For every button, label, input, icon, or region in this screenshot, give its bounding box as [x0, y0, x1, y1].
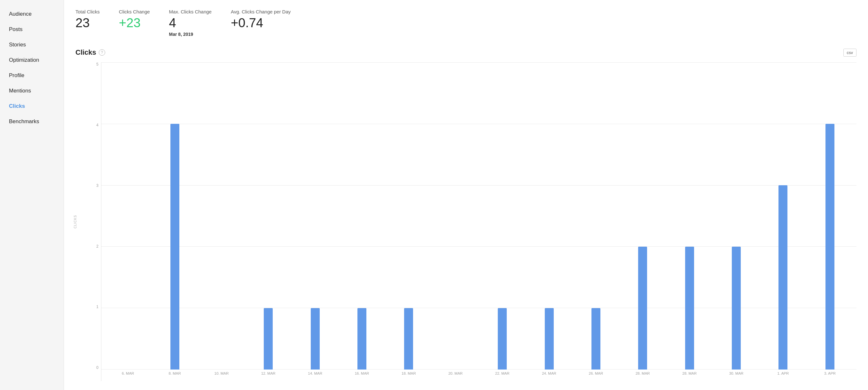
- x-label: 28. MAR: [666, 371, 713, 375]
- clicks-change-value: +23: [119, 16, 150, 30]
- sidebar-item-stories[interactable]: Stories: [0, 37, 64, 53]
- bar: [545, 308, 554, 369]
- bar-group: [619, 62, 666, 369]
- csv-button[interactable]: csv: [843, 49, 857, 57]
- help-icon[interactable]: ?: [99, 49, 105, 56]
- chart-title: Clicks: [75, 48, 96, 57]
- x-label: 6. MAR: [104, 371, 151, 375]
- bars-area: [101, 62, 857, 369]
- bar: [404, 308, 413, 369]
- y-axis-label: CLICKS: [73, 215, 77, 229]
- bar: [826, 124, 834, 369]
- bar: [685, 247, 694, 369]
- x-label: 14. MAR: [292, 371, 339, 375]
- bar-group: [526, 62, 572, 369]
- clicks-change-label: Clicks Change: [119, 9, 150, 14]
- bar-group: [198, 62, 245, 369]
- bar: [498, 308, 507, 369]
- x-label: 12. MAR: [245, 371, 291, 375]
- chart-plot: 6. MAR8. MAR10. MAR12. MAR14. MAR16. MAR…: [101, 62, 857, 381]
- bar-group: [151, 62, 198, 369]
- x-label: 30. MAR: [713, 371, 760, 375]
- y-tick: 0: [85, 366, 98, 369]
- bar-group: [713, 62, 760, 369]
- bar: [732, 247, 741, 369]
- bar-chart-container: CLICKS 012345 6. MAR8. MAR10. MAR12. MAR…: [75, 62, 857, 381]
- sidebar-item-optimization[interactable]: Optimization: [0, 53, 64, 68]
- chart-header: Clicks ? csv: [75, 48, 857, 57]
- bar-group: [104, 62, 151, 369]
- bar: [358, 308, 366, 369]
- avg-clicks-label: Avg. Clicks Change per Day: [231, 9, 290, 14]
- clicks-change-card: Clicks Change +23: [119, 9, 150, 37]
- x-label: 22. MAR: [479, 371, 526, 375]
- y-tick: 5: [85, 62, 98, 66]
- x-label: 18. MAR: [385, 371, 432, 375]
- y-axis: 012345: [85, 62, 101, 381]
- x-label: 26. MAR: [572, 371, 619, 375]
- y-tick: 2: [85, 244, 98, 248]
- x-label: 8. MAR: [151, 371, 198, 375]
- bar-group: [666, 62, 713, 369]
- y-tick: 4: [85, 123, 98, 127]
- avg-clicks-card: Avg. Clicks Change per Day +0.74: [231, 9, 290, 37]
- max-clicks-date: Mar 8, 2019: [169, 32, 212, 37]
- stats-row: Total Clicks 23 Clicks Change +23 Max. C…: [75, 9, 857, 37]
- x-label: 28. MAR: [619, 371, 666, 375]
- sidebar-item-mentions[interactable]: Mentions: [0, 83, 64, 98]
- sidebar-item-profile[interactable]: Profile: [0, 68, 64, 83]
- total-clicks-value: 23: [75, 16, 100, 30]
- sidebar-item-audience[interactable]: Audience: [0, 6, 64, 22]
- avg-clicks-value: +0.74: [231, 16, 290, 30]
- sidebar-item-benchmarks[interactable]: Benchmarks: [0, 114, 64, 129]
- x-label: 10. MAR: [198, 371, 245, 375]
- x-label: 16. MAR: [339, 371, 385, 375]
- bar-group: [385, 62, 432, 369]
- bar-group: [432, 62, 479, 369]
- y-tick: 3: [85, 184, 98, 187]
- bar: [638, 247, 647, 369]
- bar: [591, 308, 600, 369]
- bar: [264, 308, 273, 369]
- x-label: 1. APR: [760, 371, 806, 375]
- x-label: 24. MAR: [526, 371, 572, 375]
- sidebar: AudiencePostsStoriesOptimizationProfileM…: [0, 0, 64, 390]
- bar: [778, 185, 787, 369]
- total-clicks-label: Total Clicks: [75, 9, 100, 14]
- x-axis: 6. MAR8. MAR10. MAR12. MAR14. MAR16. MAR…: [101, 369, 857, 381]
- bar-group: [479, 62, 526, 369]
- bar-group: [572, 62, 619, 369]
- bar: [311, 308, 320, 369]
- max-clicks-value: 4: [169, 16, 212, 30]
- max-clicks-label: Max. Clicks Change: [169, 9, 212, 14]
- chart-section: Clicks ? csv CLICKS 012345 6. MAR8. MAR1…: [75, 48, 857, 381]
- bar-group: [339, 62, 385, 369]
- bar-group: [292, 62, 339, 369]
- chart-title-row: Clicks ?: [75, 48, 105, 57]
- bar: [170, 124, 179, 369]
- bar-group: [245, 62, 291, 369]
- bar-group: [807, 62, 853, 369]
- sidebar-item-clicks[interactable]: Clicks: [0, 98, 64, 114]
- max-clicks-card: Max. Clicks Change 4 Mar 8, 2019: [169, 9, 212, 37]
- bar-group: [760, 62, 806, 369]
- x-label: 20. MAR: [432, 371, 479, 375]
- total-clicks-card: Total Clicks 23: [75, 9, 100, 37]
- y-axis-label-container: CLICKS: [75, 62, 85, 381]
- x-label: 3. APR: [807, 371, 853, 375]
- sidebar-item-posts[interactable]: Posts: [0, 22, 64, 37]
- y-tick: 1: [85, 305, 98, 309]
- main-content: Total Clicks 23 Clicks Change +23 Max. C…: [64, 0, 868, 390]
